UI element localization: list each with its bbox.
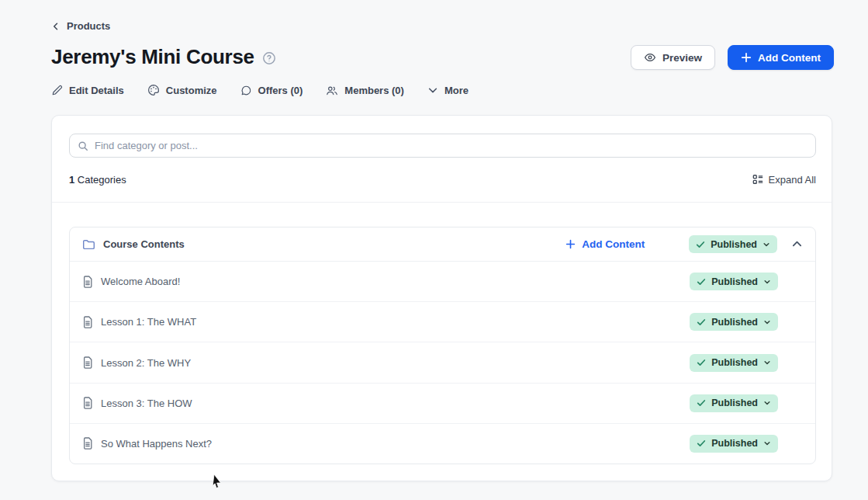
category-card: Course Contents Add Content Published bbox=[69, 227, 816, 464]
chevron-down-icon bbox=[763, 318, 771, 326]
chevron-left-icon bbox=[51, 22, 61, 31]
post-status-badge[interactable]: Published bbox=[690, 273, 778, 290]
category-header: Course Contents Add Content Published bbox=[70, 227, 815, 262]
search-input[interactable] bbox=[95, 140, 807, 151]
post-status-badge[interactable]: Published bbox=[690, 394, 778, 412]
preview-button-label: Preview bbox=[662, 52, 702, 64]
add-content-button-label: Add Content bbox=[758, 52, 821, 64]
comment-icon bbox=[240, 85, 252, 96]
chevron-down-icon bbox=[763, 278, 771, 286]
expand-all-icon bbox=[752, 174, 763, 185]
document-icon bbox=[82, 437, 93, 450]
tab-members[interactable]: Members (0) bbox=[326, 83, 404, 98]
chevron-down-icon bbox=[763, 359, 771, 366]
collapse-chevron-up-icon[interactable] bbox=[791, 238, 803, 250]
category-status-label: Published bbox=[711, 239, 757, 250]
breadcrumb-label: Products bbox=[67, 20, 110, 32]
category-add-content-link[interactable]: Add Content bbox=[565, 238, 645, 250]
divider bbox=[52, 202, 832, 203]
tab-more[interactable]: More bbox=[427, 83, 469, 98]
plus-icon bbox=[565, 239, 576, 249]
post-row: Welcome Aboard! Published bbox=[70, 262, 815, 302]
check-icon bbox=[697, 439, 706, 448]
expand-all-label: Expand All bbox=[769, 174, 816, 186]
post-row: Lesson 1: The WHAT Published bbox=[70, 302, 815, 342]
search-icon bbox=[78, 141, 88, 151]
post-status-label: Published bbox=[711, 438, 758, 449]
tab-customize[interactable]: Customize bbox=[147, 82, 217, 98]
post-title: Lesson 2: The WHY bbox=[101, 357, 191, 369]
palette-icon bbox=[147, 84, 160, 96]
tab-label: Offers (0) bbox=[258, 85, 303, 96]
post-status-badge[interactable]: Published bbox=[690, 313, 778, 331]
add-content-button[interactable]: Add Content bbox=[728, 45, 834, 70]
chevron-down-icon bbox=[427, 85, 438, 95]
chevron-down-icon bbox=[763, 399, 771, 407]
tab-label: More bbox=[444, 85, 469, 96]
document-icon bbox=[82, 316, 93, 328]
folder-icon bbox=[82, 238, 95, 250]
tab-label: Edit Details bbox=[69, 85, 124, 96]
users-icon bbox=[326, 85, 338, 96]
category-status-badge[interactable]: Published bbox=[689, 235, 777, 253]
categories-count: 1 Categories bbox=[69, 174, 126, 186]
document-icon bbox=[82, 276, 93, 288]
help-icon[interactable] bbox=[262, 51, 276, 65]
tab-label: Members (0) bbox=[344, 85, 404, 96]
chevron-down-icon bbox=[763, 241, 770, 248]
post-status-badge[interactable]: Published bbox=[690, 435, 778, 453]
preview-button[interactable]: Preview bbox=[631, 45, 715, 70]
document-icon bbox=[82, 397, 93, 409]
post-title: Welcome Aboard! bbox=[101, 276, 180, 287]
post-row: So What Happens Next? Published bbox=[70, 424, 815, 464]
post-row: Lesson 3: The HOW Published bbox=[70, 384, 815, 424]
check-icon bbox=[697, 318, 706, 327]
post-status-badge[interactable]: Published bbox=[690, 354, 778, 372]
course-content-card: 1 Categories Expand All Course Contents bbox=[51, 115, 832, 481]
breadcrumb[interactable]: Products bbox=[51, 20, 110, 32]
tab-label: Customize bbox=[166, 85, 217, 96]
chevron-down-icon bbox=[763, 439, 771, 447]
tab-edit-details[interactable]: Edit Details bbox=[51, 83, 124, 98]
check-icon bbox=[697, 277, 706, 286]
post-title: Lesson 1: The WHAT bbox=[101, 316, 196, 328]
post-row: Lesson 2: The WHY Published bbox=[70, 342, 815, 383]
category-add-content-label: Add Content bbox=[582, 238, 645, 250]
pencil-icon bbox=[51, 85, 63, 96]
post-title: So What Happens Next? bbox=[101, 438, 212, 450]
post-status-label: Published bbox=[711, 317, 758, 328]
tab-bar: Edit Details Customize Offers (0) Member… bbox=[51, 82, 469, 98]
post-status-label: Published bbox=[711, 357, 758, 368]
post-title: Lesson 3: The HOW bbox=[101, 398, 192, 409]
expand-all-button[interactable]: Expand All bbox=[752, 174, 816, 186]
check-icon bbox=[697, 358, 706, 367]
post-status-label: Published bbox=[711, 398, 758, 408]
plus-icon bbox=[741, 52, 752, 63]
search-box[interactable] bbox=[69, 134, 816, 158]
page-title: Jeremy's Mini Course bbox=[51, 45, 276, 69]
check-icon bbox=[696, 240, 705, 249]
eye-icon bbox=[644, 51, 656, 64]
check-icon bbox=[697, 398, 706, 408]
post-status-label: Published bbox=[711, 276, 758, 287]
category-name: Course Contents bbox=[82, 238, 185, 250]
tab-offers[interactable]: Offers (0) bbox=[240, 83, 303, 98]
document-icon bbox=[82, 356, 93, 369]
